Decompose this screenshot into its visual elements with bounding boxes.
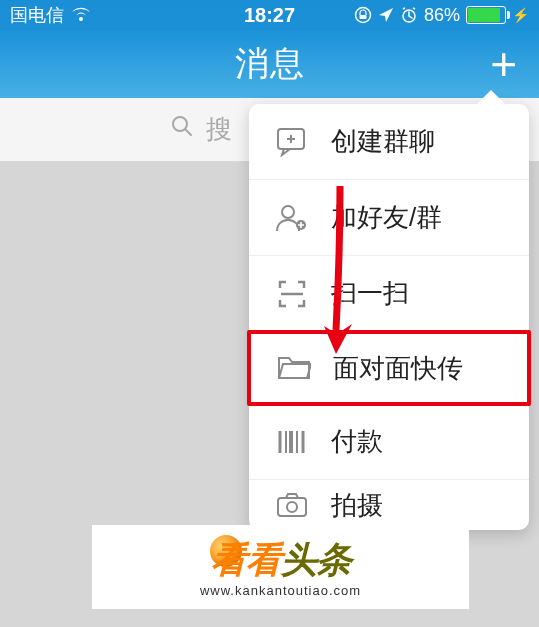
search-placeholder: 搜	[206, 112, 232, 147]
charging-icon: ⚡	[512, 7, 529, 23]
chat-plus-icon	[271, 127, 313, 157]
watermark-url: www.kankantoutiao.com	[200, 583, 361, 598]
screen: 国电信 18:27 86% ⚡ 消息 +	[0, 0, 539, 627]
wifi-icon	[70, 7, 92, 23]
search-icon	[170, 114, 194, 145]
battery-pct: 86%	[424, 5, 460, 26]
svg-point-6	[282, 206, 294, 218]
folder-icon	[273, 355, 315, 381]
menu-item-create-group[interactable]: 创建群聊	[249, 104, 529, 180]
menu-label: 付款	[331, 424, 383, 459]
barcode-icon	[271, 429, 313, 455]
add-button[interactable]: +	[490, 41, 517, 87]
menu-item-scan[interactable]: 扫一扫	[249, 256, 529, 332]
menu-item-camera[interactable]: 拍摄	[249, 480, 529, 530]
scan-icon	[271, 279, 313, 309]
location-arrow-icon	[378, 7, 394, 23]
annotation-arrow	[322, 182, 362, 366]
status-bar: 国电信 18:27 86% ⚡	[0, 0, 539, 30]
add-menu-popover: 创建群聊 加好友/群 扫一扫 面对面快传 付款	[249, 104, 529, 530]
watermark: 看看 头条 www.kankantoutiao.com	[92, 525, 469, 609]
carrier-label: 国电信	[10, 3, 64, 27]
menu-label: 创建群聊	[331, 124, 435, 159]
svg-rect-13	[278, 498, 306, 516]
battery-icon	[466, 6, 506, 24]
menu-label: 拍摄	[331, 488, 383, 523]
orientation-lock-icon	[354, 6, 372, 24]
svg-line-4	[185, 129, 191, 135]
clock-time: 18:27	[244, 4, 295, 27]
nav-bar: 消息 +	[0, 30, 539, 98]
menu-item-face-to-face[interactable]: 面对面快传	[247, 330, 531, 406]
svg-rect-1	[359, 15, 366, 19]
alarm-icon	[400, 6, 418, 24]
page-title: 消息	[235, 41, 305, 87]
watermark-brand-a: 看看	[211, 536, 281, 585]
menu-item-pay[interactable]: 付款	[249, 404, 529, 480]
svg-point-14	[287, 502, 297, 512]
watermark-brand-b: 头条	[281, 536, 351, 585]
camera-icon	[271, 492, 313, 518]
menu-item-add-friend[interactable]: 加好友/群	[249, 180, 529, 256]
add-friend-icon	[271, 203, 313, 233]
